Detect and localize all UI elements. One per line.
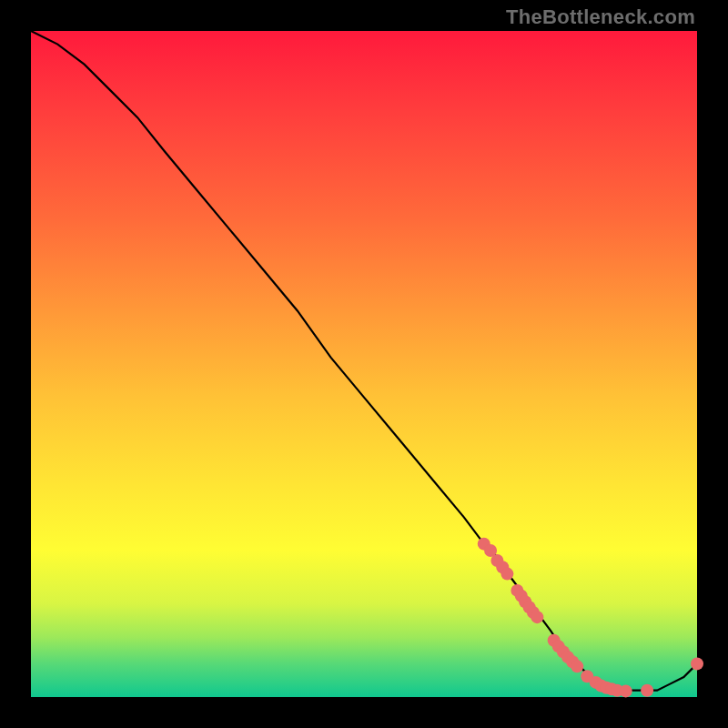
marker-dot [500,568,513,581]
marker-dot [691,657,703,670]
marker-dot [531,611,543,623]
marker-dot [571,660,583,672]
watermark-label: TheBottleneck.com [506,5,695,29]
chart-svg [31,31,697,697]
plot-area [31,31,697,697]
chart-stage: TheBottleneck.com [0,0,728,728]
marker-dot [641,684,653,697]
bottleneck-curve-path [31,31,697,691]
marker-dots-group [478,538,703,698]
marker-dot [620,684,632,697]
